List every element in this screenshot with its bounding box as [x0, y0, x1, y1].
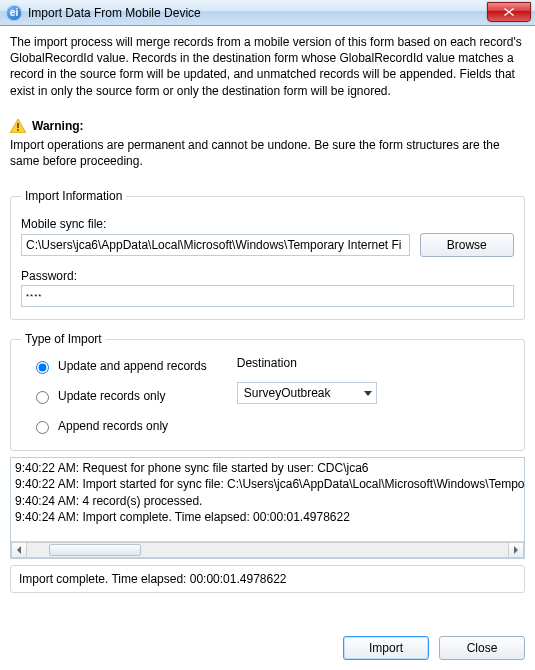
- destination-label: Destination: [237, 356, 427, 370]
- scroll-left-button[interactable]: [11, 542, 27, 558]
- window-title: Import Data From Mobile Device: [28, 6, 201, 20]
- warning-body: Import operations are permanent and cann…: [10, 137, 525, 169]
- import-information-legend: Import Information: [21, 189, 126, 203]
- radio-update-append-label: Update and append records: [58, 359, 207, 373]
- client-area: The import process will merge records fr…: [0, 26, 535, 670]
- radio-update-only-input[interactable]: [36, 391, 49, 404]
- radio-append-only[interactable]: Append records only: [31, 418, 207, 434]
- status-text: Import complete. Time elapsed: 00:00:01.…: [10, 565, 525, 593]
- svg-rect-0: [17, 123, 19, 128]
- log-line: 9:40:22 AM: Import started for sync file…: [15, 476, 522, 492]
- caret-right-icon: [513, 546, 519, 554]
- log-horizontal-scrollbar[interactable]: [11, 541, 524, 558]
- log-line: 9:40:24 AM: 4 record(s) processed.: [15, 493, 522, 509]
- password-input[interactable]: [21, 285, 514, 307]
- destination-value: SurveyOutbreak: [244, 386, 331, 400]
- scroll-track[interactable]: [27, 542, 508, 558]
- radio-update-only-label: Update records only: [58, 389, 165, 403]
- window-close-button[interactable]: [487, 2, 531, 22]
- chevron-down-icon: [364, 391, 372, 396]
- intro-text: The import process will merge records fr…: [10, 34, 525, 99]
- app-icon: ei: [6, 5, 22, 21]
- radio-update-only[interactable]: Update records only: [31, 388, 207, 404]
- log-line: 9:40:22 AM: Request for phone sync file …: [15, 460, 522, 476]
- browse-button[interactable]: Browse: [420, 233, 514, 257]
- import-type-radios: Update and append records Update records…: [21, 354, 207, 438]
- dialog-footer: Import Close: [10, 636, 525, 660]
- import-information-group: Import Information Mobile sync file: Bro…: [10, 189, 525, 320]
- titlebar: ei Import Data From Mobile Device: [0, 0, 535, 26]
- caret-left-icon: [16, 546, 22, 554]
- close-icon: [504, 8, 514, 16]
- warning-icon: [10, 119, 26, 133]
- radio-append-only-input[interactable]: [36, 421, 49, 434]
- destination-combobox[interactable]: SurveyOutbreak: [237, 382, 377, 404]
- type-of-import-legend: Type of Import: [21, 332, 106, 346]
- warning-heading: Warning:: [32, 119, 84, 133]
- log-output[interactable]: 9:40:22 AM: Request for phone sync file …: [10, 457, 525, 559]
- radio-update-append-input[interactable]: [36, 361, 49, 374]
- dialog-window: ei Import Data From Mobile Device The im…: [0, 0, 535, 670]
- sync-file-input[interactable]: [21, 234, 410, 256]
- close-button[interactable]: Close: [439, 636, 525, 660]
- log-line: 9:40:24 AM: Import complete. Time elapse…: [15, 509, 522, 525]
- import-button[interactable]: Import: [343, 636, 429, 660]
- scroll-thumb[interactable]: [49, 544, 141, 556]
- radio-update-append[interactable]: Update and append records: [31, 358, 207, 374]
- warning-block: Warning: Import operations are permanent…: [10, 119, 525, 169]
- password-label: Password:: [21, 269, 514, 283]
- scroll-right-button[interactable]: [508, 542, 524, 558]
- radio-append-only-label: Append records only: [58, 419, 168, 433]
- destination-column: Destination SurveyOutbreak: [237, 354, 427, 438]
- svg-rect-1: [17, 129, 19, 131]
- sync-file-label: Mobile sync file:: [21, 217, 514, 231]
- type-of-import-group: Type of Import Update and append records…: [10, 332, 525, 451]
